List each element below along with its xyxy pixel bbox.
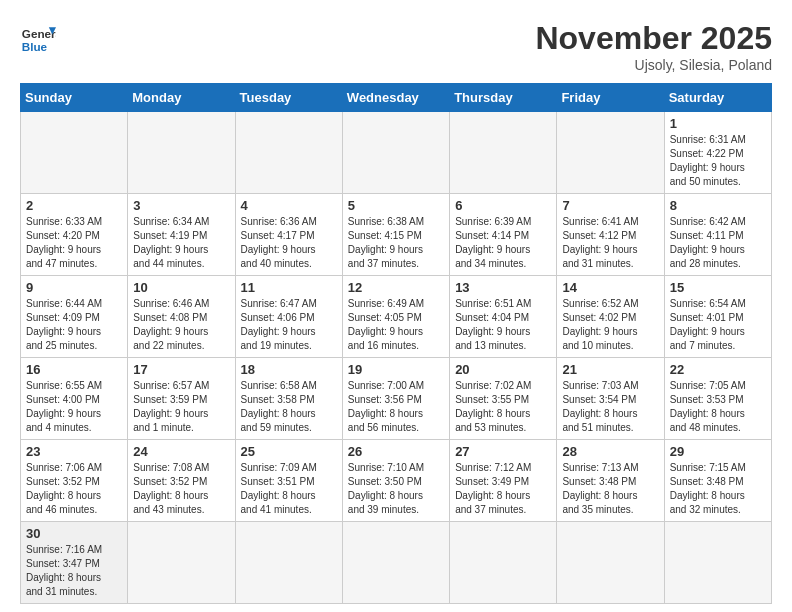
day-number: 22 xyxy=(670,362,766,377)
day-info: Sunrise: 6:38 AM Sunset: 4:15 PM Dayligh… xyxy=(348,215,444,271)
calendar-day-cell: 10Sunrise: 6:46 AM Sunset: 4:08 PM Dayli… xyxy=(128,276,235,358)
day-info: Sunrise: 6:57 AM Sunset: 3:59 PM Dayligh… xyxy=(133,379,229,435)
calendar-day-cell xyxy=(128,522,235,604)
weekday-header-friday: Friday xyxy=(557,84,664,112)
day-info: Sunrise: 6:54 AM Sunset: 4:01 PM Dayligh… xyxy=(670,297,766,353)
logo-icon: General Blue xyxy=(20,20,56,56)
calendar-day-cell: 17Sunrise: 6:57 AM Sunset: 3:59 PM Dayli… xyxy=(128,358,235,440)
day-info: Sunrise: 7:06 AM Sunset: 3:52 PM Dayligh… xyxy=(26,461,122,517)
day-info: Sunrise: 7:09 AM Sunset: 3:51 PM Dayligh… xyxy=(241,461,337,517)
day-info: Sunrise: 6:52 AM Sunset: 4:02 PM Dayligh… xyxy=(562,297,658,353)
calendar-day-cell xyxy=(664,522,771,604)
day-number: 5 xyxy=(348,198,444,213)
calendar-day-cell: 9Sunrise: 6:44 AM Sunset: 4:09 PM Daylig… xyxy=(21,276,128,358)
day-info: Sunrise: 6:47 AM Sunset: 4:06 PM Dayligh… xyxy=(241,297,337,353)
calendar-day-cell: 24Sunrise: 7:08 AM Sunset: 3:52 PM Dayli… xyxy=(128,440,235,522)
day-number: 6 xyxy=(455,198,551,213)
weekday-header-saturday: Saturday xyxy=(664,84,771,112)
calendar-day-cell: 5Sunrise: 6:38 AM Sunset: 4:15 PM Daylig… xyxy=(342,194,449,276)
weekday-header-tuesday: Tuesday xyxy=(235,84,342,112)
weekday-header-thursday: Thursday xyxy=(450,84,557,112)
title-area: November 2025 Ujsoly, Silesia, Poland xyxy=(535,20,772,73)
day-info: Sunrise: 6:33 AM Sunset: 4:20 PM Dayligh… xyxy=(26,215,122,271)
header: General Blue November 2025 Ujsoly, Siles… xyxy=(20,20,772,73)
day-number: 1 xyxy=(670,116,766,131)
day-info: Sunrise: 6:58 AM Sunset: 3:58 PM Dayligh… xyxy=(241,379,337,435)
day-number: 9 xyxy=(26,280,122,295)
svg-text:Blue: Blue xyxy=(22,40,48,53)
day-info: Sunrise: 6:36 AM Sunset: 4:17 PM Dayligh… xyxy=(241,215,337,271)
calendar-day-cell xyxy=(128,112,235,194)
day-number: 10 xyxy=(133,280,229,295)
day-info: Sunrise: 6:51 AM Sunset: 4:04 PM Dayligh… xyxy=(455,297,551,353)
calendar-day-cell xyxy=(342,112,449,194)
calendar: SundayMondayTuesdayWednesdayThursdayFrid… xyxy=(20,83,772,604)
day-number: 14 xyxy=(562,280,658,295)
weekday-header-wednesday: Wednesday xyxy=(342,84,449,112)
weekday-header-row: SundayMondayTuesdayWednesdayThursdayFrid… xyxy=(21,84,772,112)
calendar-day-cell: 23Sunrise: 7:06 AM Sunset: 3:52 PM Dayli… xyxy=(21,440,128,522)
calendar-day-cell: 19Sunrise: 7:00 AM Sunset: 3:56 PM Dayli… xyxy=(342,358,449,440)
day-number: 20 xyxy=(455,362,551,377)
day-info: Sunrise: 6:34 AM Sunset: 4:19 PM Dayligh… xyxy=(133,215,229,271)
calendar-day-cell: 12Sunrise: 6:49 AM Sunset: 4:05 PM Dayli… xyxy=(342,276,449,358)
day-info: Sunrise: 6:31 AM Sunset: 4:22 PM Dayligh… xyxy=(670,133,766,189)
calendar-day-cell: 15Sunrise: 6:54 AM Sunset: 4:01 PM Dayli… xyxy=(664,276,771,358)
calendar-day-cell: 7Sunrise: 6:41 AM Sunset: 4:12 PM Daylig… xyxy=(557,194,664,276)
logo: General Blue xyxy=(20,20,56,56)
calendar-day-cell: 20Sunrise: 7:02 AM Sunset: 3:55 PM Dayli… xyxy=(450,358,557,440)
calendar-week-row: 16Sunrise: 6:55 AM Sunset: 4:00 PM Dayli… xyxy=(21,358,772,440)
calendar-day-cell: 11Sunrise: 6:47 AM Sunset: 4:06 PM Dayli… xyxy=(235,276,342,358)
calendar-week-row: 23Sunrise: 7:06 AM Sunset: 3:52 PM Dayli… xyxy=(21,440,772,522)
calendar-day-cell: 30Sunrise: 7:16 AM Sunset: 3:47 PM Dayli… xyxy=(21,522,128,604)
calendar-day-cell: 22Sunrise: 7:05 AM Sunset: 3:53 PM Dayli… xyxy=(664,358,771,440)
day-info: Sunrise: 7:12 AM Sunset: 3:49 PM Dayligh… xyxy=(455,461,551,517)
calendar-day-cell xyxy=(235,522,342,604)
day-info: Sunrise: 7:00 AM Sunset: 3:56 PM Dayligh… xyxy=(348,379,444,435)
calendar-day-cell: 4Sunrise: 6:36 AM Sunset: 4:17 PM Daylig… xyxy=(235,194,342,276)
calendar-day-cell: 27Sunrise: 7:12 AM Sunset: 3:49 PM Dayli… xyxy=(450,440,557,522)
calendar-week-row: 9Sunrise: 6:44 AM Sunset: 4:09 PM Daylig… xyxy=(21,276,772,358)
calendar-day-cell xyxy=(342,522,449,604)
day-number: 4 xyxy=(241,198,337,213)
day-number: 18 xyxy=(241,362,337,377)
weekday-header-sunday: Sunday xyxy=(21,84,128,112)
calendar-day-cell xyxy=(557,112,664,194)
day-info: Sunrise: 6:46 AM Sunset: 4:08 PM Dayligh… xyxy=(133,297,229,353)
day-number: 2 xyxy=(26,198,122,213)
day-info: Sunrise: 7:05 AM Sunset: 3:53 PM Dayligh… xyxy=(670,379,766,435)
day-info: Sunrise: 7:02 AM Sunset: 3:55 PM Dayligh… xyxy=(455,379,551,435)
calendar-day-cell xyxy=(450,522,557,604)
calendar-day-cell: 26Sunrise: 7:10 AM Sunset: 3:50 PM Dayli… xyxy=(342,440,449,522)
day-number: 27 xyxy=(455,444,551,459)
day-number: 19 xyxy=(348,362,444,377)
calendar-day-cell: 3Sunrise: 6:34 AM Sunset: 4:19 PM Daylig… xyxy=(128,194,235,276)
day-info: Sunrise: 6:49 AM Sunset: 4:05 PM Dayligh… xyxy=(348,297,444,353)
day-number: 11 xyxy=(241,280,337,295)
calendar-day-cell xyxy=(235,112,342,194)
day-info: Sunrise: 6:44 AM Sunset: 4:09 PM Dayligh… xyxy=(26,297,122,353)
day-info: Sunrise: 7:10 AM Sunset: 3:50 PM Dayligh… xyxy=(348,461,444,517)
day-info: Sunrise: 6:55 AM Sunset: 4:00 PM Dayligh… xyxy=(26,379,122,435)
calendar-day-cell: 18Sunrise: 6:58 AM Sunset: 3:58 PM Dayli… xyxy=(235,358,342,440)
weekday-header-monday: Monday xyxy=(128,84,235,112)
calendar-day-cell: 28Sunrise: 7:13 AM Sunset: 3:48 PM Dayli… xyxy=(557,440,664,522)
calendar-day-cell: 8Sunrise: 6:42 AM Sunset: 4:11 PM Daylig… xyxy=(664,194,771,276)
calendar-week-row: 1Sunrise: 6:31 AM Sunset: 4:22 PM Daylig… xyxy=(21,112,772,194)
day-number: 8 xyxy=(670,198,766,213)
day-info: Sunrise: 7:03 AM Sunset: 3:54 PM Dayligh… xyxy=(562,379,658,435)
month-title: November 2025 xyxy=(535,20,772,57)
day-info: Sunrise: 7:15 AM Sunset: 3:48 PM Dayligh… xyxy=(670,461,766,517)
calendar-day-cell: 6Sunrise: 6:39 AM Sunset: 4:14 PM Daylig… xyxy=(450,194,557,276)
day-number: 12 xyxy=(348,280,444,295)
day-number: 17 xyxy=(133,362,229,377)
day-number: 26 xyxy=(348,444,444,459)
day-info: Sunrise: 6:41 AM Sunset: 4:12 PM Dayligh… xyxy=(562,215,658,271)
day-info: Sunrise: 7:16 AM Sunset: 3:47 PM Dayligh… xyxy=(26,543,122,599)
day-number: 21 xyxy=(562,362,658,377)
day-number: 30 xyxy=(26,526,122,541)
day-number: 7 xyxy=(562,198,658,213)
calendar-day-cell: 2Sunrise: 6:33 AM Sunset: 4:20 PM Daylig… xyxy=(21,194,128,276)
calendar-day-cell xyxy=(450,112,557,194)
day-number: 13 xyxy=(455,280,551,295)
